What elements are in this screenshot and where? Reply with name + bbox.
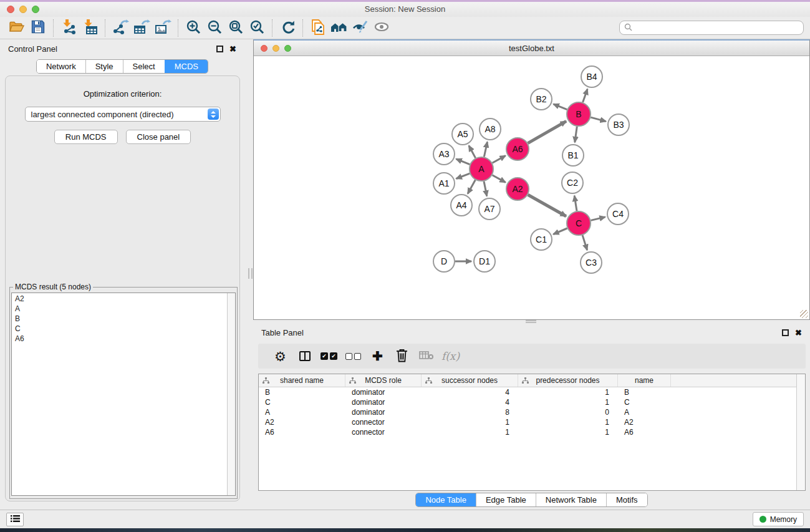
cell-mcds-role[interactable]: dominator — [345, 397, 422, 407]
cell-shared-name[interactable]: B — [259, 387, 345, 397]
deselect-all-button[interactable] — [341, 346, 365, 366]
duplicate-network-button[interactable] — [307, 19, 329, 37]
cell-predecessor-nodes[interactable]: 1 — [518, 417, 618, 427]
resize-grip-icon[interactable] — [800, 310, 808, 318]
open-session-button[interactable] — [6, 19, 27, 37]
hide-unhide-button[interactable] — [350, 19, 371, 37]
close-view-button[interactable] — [261, 45, 268, 52]
zoom-window-button[interactable] — [32, 6, 39, 13]
table-row[interactable]: A dominator 8 0 A — [259, 407, 805, 417]
mcds-result-list[interactable]: A2 A B C A6 — [11, 293, 236, 496]
cell-predecessor-nodes[interactable]: 0 — [518, 407, 618, 417]
cell-name[interactable]: A6 — [618, 427, 671, 437]
cell-successor-nodes[interactable]: 8 — [422, 407, 518, 417]
table-scrollbar[interactable] — [796, 374, 805, 490]
cell-predecessor-nodes[interactable]: 1 — [518, 427, 618, 437]
tab-network-table[interactable]: Network Table — [536, 493, 606, 506]
column-view-button[interactable] — [292, 346, 317, 366]
float-panel-icon[interactable] — [782, 329, 789, 336]
cell-successor-nodes[interactable]: 4 — [422, 397, 518, 407]
zoom-view-button[interactable] — [284, 45, 291, 52]
zoom-in-button[interactable] — [183, 19, 204, 37]
zoom-fit-button[interactable] — [225, 19, 246, 37]
close-panel-icon[interactable]: ✖ — [795, 329, 802, 336]
function-builder-button[interactable]: f(x) — [438, 346, 463, 366]
table-settings-button[interactable]: ⚙ — [268, 346, 292, 366]
show-hidden-button[interactable] — [371, 19, 392, 37]
minimize-window-button[interactable] — [19, 6, 27, 13]
search-field[interactable] — [619, 21, 804, 35]
close-window-button[interactable] — [7, 6, 14, 13]
show-networks-button[interactable] — [329, 19, 350, 37]
task-history-button[interactable] — [6, 513, 24, 526]
table-row[interactable]: A6 connector 1 1 A6 — [259, 427, 805, 437]
list-item[interactable]: A6 — [15, 334, 232, 344]
column-header[interactable]: name — [618, 374, 671, 387]
table-row[interactable]: C dominator 4 1 C — [259, 397, 805, 407]
close-panel-button[interactable]: Close panel — [126, 130, 191, 144]
column-header[interactable]: shared name — [259, 374, 345, 387]
list-item[interactable]: B — [15, 314, 232, 324]
zoom-out-button[interactable] — [204, 19, 225, 37]
cell-mcds-role[interactable]: dominator — [345, 387, 422, 397]
tab-style[interactable]: Style — [85, 60, 123, 73]
optimization-criterion-select[interactable]: largest connected component (directed) — [25, 107, 221, 122]
minimize-view-button[interactable] — [272, 45, 279, 52]
export-network-button[interactable] — [110, 19, 131, 37]
apply-layout-button[interactable] — [277, 19, 298, 37]
cell-successor-nodes[interactable]: 1 — [422, 427, 518, 437]
table-row[interactable]: A2 connector 1 1 A2 — [259, 417, 805, 427]
cell-predecessor-nodes[interactable]: 1 — [518, 397, 618, 407]
tab-select[interactable]: Select — [123, 60, 165, 73]
column-header[interactable]: successor nodes — [422, 374, 518, 387]
tab-network[interactable]: Network — [37, 60, 85, 73]
search-input[interactable] — [635, 24, 799, 32]
network-canvas[interactable]: B4B2BB3A8A5A6A3B1AA1C2A2A4A7C4CC1C3DD1 — [254, 57, 809, 319]
cell-shared-name[interactable]: A — [259, 407, 345, 417]
cell-predecessor-nodes[interactable]: 1 — [518, 387, 618, 397]
column-header[interactable]: predecessor nodes — [518, 374, 618, 387]
cell-mcds-role[interactable]: connector — [345, 427, 422, 437]
network-graph[interactable]: B4B2BB3A8A5A6A3B1AA1C2A2A4A7C4CC1C3DD1 — [254, 57, 809, 319]
run-mcds-button[interactable]: Run MCDS — [54, 130, 118, 144]
close-panel-icon[interactable]: ✖ — [229, 46, 236, 52]
table-row[interactable]: B dominator 4 1 B — [259, 387, 805, 397]
import-table-button[interactable] — [79, 19, 100, 37]
tab-node-table[interactable]: Node Table — [416, 493, 476, 506]
column-header[interactable]: MCDS role — [345, 374, 422, 387]
cell-successor-nodes[interactable]: 1 — [422, 417, 518, 427]
network-window-titlebar[interactable]: testGlobe.txt — [254, 41, 809, 56]
cell-name[interactable]: A2 — [618, 417, 671, 427]
memory-button[interactable]: Memory — [753, 512, 804, 526]
tab-edge-table[interactable]: Edge Table — [476, 493, 536, 506]
cell-name[interactable]: C — [618, 397, 671, 407]
select-all-button[interactable]: ✔✔ — [317, 346, 341, 366]
tab-mcds[interactable]: MCDS — [165, 60, 208, 73]
cell-name[interactable]: B — [618, 387, 671, 397]
import-network-button[interactable] — [58, 19, 79, 37]
float-panel-icon[interactable] — [216, 46, 223, 52]
add-column-button[interactable]: ✚ — [365, 346, 390, 366]
export-image-button[interactable] — [152, 19, 173, 37]
cell-mcds-role[interactable]: dominator — [345, 407, 422, 417]
cell-mcds-role[interactable]: connector — [345, 417, 422, 427]
delete-table-button[interactable] — [414, 346, 438, 366]
cell-shared-name[interactable]: A6 — [259, 427, 345, 437]
node-table[interactable]: shared name MCDS role successor nodes pr… — [258, 374, 806, 491]
zoom-selected-button[interactable] — [246, 19, 268, 37]
result-scrollbar[interactable] — [227, 293, 235, 495]
cell-successor-nodes[interactable]: 4 — [422, 387, 518, 397]
save-session-button[interactable] — [27, 19, 49, 37]
cell-name[interactable]: A — [618, 407, 671, 417]
list-item[interactable]: A2 — [15, 294, 232, 304]
houses-icon — [330, 19, 349, 36]
list-item[interactable]: C — [15, 324, 232, 334]
delete-column-button[interactable] — [390, 346, 414, 366]
export-table-button[interactable] — [131, 19, 152, 37]
cell-shared-name[interactable]: A2 — [259, 417, 345, 427]
list-item[interactable]: A — [15, 304, 232, 314]
column-view-icon — [299, 351, 311, 361]
vertical-splitter-handle[interactable] — [248, 268, 253, 279]
cell-shared-name[interactable]: C — [259, 397, 345, 407]
tab-motifs[interactable]: Motifs — [606, 493, 647, 506]
